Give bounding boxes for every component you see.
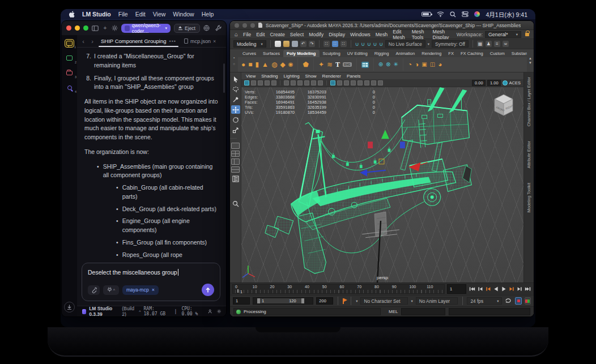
shelf-tab-poly-modeling[interactable]: Poly Modeling xyxy=(283,50,319,57)
attach-file-button[interactable] xyxy=(88,285,100,295)
sweep-mesh-icon[interactable]: ✦ xyxy=(318,61,324,68)
menu-file[interactable]: File xyxy=(243,32,251,37)
camera-attributes-icon[interactable] xyxy=(258,80,263,85)
close-window-button[interactable] xyxy=(66,25,71,31)
apple-logo-icon[interactable] xyxy=(69,11,75,18)
symmetry-field[interactable]: Symmetry: Off xyxy=(432,40,469,48)
snap-surface-icon[interactable]: ∪ xyxy=(379,41,383,47)
perspective-viewport[interactable]: View Shading Lighting Show Renderer Pane… xyxy=(241,72,523,282)
image-plane-icon[interactable] xyxy=(271,80,276,85)
view-cube[interactable]: FRONT RIGHT xyxy=(491,92,517,118)
poly-cylinder-icon[interactable]: ▮ xyxy=(256,61,259,68)
character-controls-icon[interactable]: ♟ xyxy=(486,41,492,47)
snap-curve-icon[interactable]: ∪ xyxy=(361,41,365,47)
layout-two-pane-side-button[interactable] xyxy=(231,159,240,165)
bookmark-icon[interactable] xyxy=(343,298,346,304)
shelf-scroll-up-icon[interactable]: ▲ xyxy=(529,57,532,60)
type-tool-icon[interactable]: T xyxy=(335,61,340,68)
grid-toggle-icon[interactable] xyxy=(351,80,356,85)
snap-plane-icon[interactable]: ∪ xyxy=(373,41,377,47)
xray-icon[interactable] xyxy=(337,80,342,85)
step-back-key-button[interactable] xyxy=(484,285,492,293)
menubar-help[interactable]: Help xyxy=(202,11,214,18)
shadows-icon[interactable] xyxy=(311,80,316,85)
shelf-tab-fx-caching[interactable]: FX Caching xyxy=(457,50,487,57)
nav-back-icon[interactable]: ‹ xyxy=(80,38,86,45)
menubar-view[interactable]: View xyxy=(153,11,166,18)
step-forward-key-button[interactable] xyxy=(508,285,516,293)
close-window-button[interactable] xyxy=(235,23,239,28)
fps-selector[interactable]: 24 fps▾ xyxy=(467,297,502,305)
textured-mode-icon[interactable] xyxy=(297,80,303,85)
film-gate-icon[interactable] xyxy=(357,80,363,85)
tab-ship-component-grouping[interactable]: SHIP Component Grouping ••• xyxy=(99,35,178,47)
shelf-tab-animation[interactable]: Animation xyxy=(392,50,418,57)
poly-sphere-icon[interactable]: ● xyxy=(241,61,245,68)
eject-model-button[interactable]: Eject xyxy=(174,24,200,33)
menubar-edit[interactable]: Edit xyxy=(135,11,146,18)
play-forward-button[interactable] xyxy=(500,285,508,293)
current-time-marker[interactable] xyxy=(237,289,239,293)
mel-command-field[interactable] xyxy=(401,308,445,315)
menubar-clock[interactable]: 4月1日(水) 9:41 xyxy=(486,10,527,19)
menubar-app-name[interactable]: LM Studio xyxy=(82,11,111,18)
select-hierarchy-icon[interactable]: ∷ xyxy=(323,41,330,47)
select-camera-icon[interactable] xyxy=(244,80,249,85)
shelf-tab-substance[interactable]: Substance xyxy=(508,50,527,57)
menubar-file[interactable]: File xyxy=(118,11,128,18)
wifi-icon[interactable] xyxy=(437,11,444,17)
menu-set-selector[interactable]: Modeling▾ xyxy=(233,40,266,48)
range-end-handle[interactable] xyxy=(301,298,304,303)
downloads-button[interactable] xyxy=(64,302,75,312)
save-scene-icon[interactable] xyxy=(292,41,298,47)
range-start-handle[interactable] xyxy=(257,298,260,303)
poly-cone-icon[interactable]: ▲ xyxy=(262,61,269,68)
menu-mesh-tools[interactable]: Mesh Tools xyxy=(412,29,428,40)
smooth-icon[interactable]: ◕ xyxy=(438,61,442,68)
paint-select-tool[interactable] xyxy=(231,95,240,104)
zoom-window-button[interactable] xyxy=(83,25,88,31)
shelf-tab-rigging[interactable]: Rigging xyxy=(371,50,393,57)
mel-result-field[interactable] xyxy=(449,308,530,315)
shaded-mode-icon[interactable] xyxy=(291,80,296,85)
resolution-gate-icon[interactable] xyxy=(364,80,369,85)
shelf-tab-curves[interactable]: Curves xyxy=(239,50,259,57)
status-expand-icon[interactable]: ^ xyxy=(139,310,141,314)
composer-input[interactable]: Deselect the miscellaneous group xyxy=(88,269,214,276)
platonic-solid-icon[interactable]: ⬟ xyxy=(303,61,308,68)
auto-key-button[interactable] xyxy=(515,297,521,305)
toggle-panels-icon[interactable] xyxy=(92,24,99,32)
ik-handle-icon[interactable]: ⊗ xyxy=(386,62,390,67)
menu-windows[interactable]: Windows xyxy=(350,32,371,37)
loop-playback-icon[interactable] xyxy=(505,298,512,305)
menu-modify[interactable]: Modify xyxy=(309,32,323,37)
pinwheel-app-icon[interactable] xyxy=(474,11,480,17)
message-composer[interactable]: Deselect the miscellaneous group ^ maya-… xyxy=(82,263,220,301)
move-tool[interactable] xyxy=(231,105,240,114)
isolate-select-icon[interactable] xyxy=(330,80,335,85)
go-to-start-button[interactable] xyxy=(469,285,476,293)
exposure-field[interactable]: 0.00 xyxy=(472,80,486,86)
maya-mcp-chip[interactable]: maya-mcp × xyxy=(122,285,159,295)
curve-warp-icon[interactable]: ≋ xyxy=(327,61,333,68)
tab-mcp-json[interactable]: mcp.json × xyxy=(182,38,218,44)
model-selector[interactable]: qwen/qwen3-coder… ▾ xyxy=(121,24,171,33)
new-scene-icon[interactable] xyxy=(275,41,281,47)
lock-workspace-icon[interactable] xyxy=(525,33,529,36)
play-backwards-button[interactable] xyxy=(492,285,500,293)
chat-scrollbar[interactable] xyxy=(223,63,225,93)
close-tab-icon[interactable]: × xyxy=(213,38,216,44)
control-center-icon[interactable] xyxy=(462,11,469,17)
select-object-icon[interactable]: ∷ xyxy=(332,41,338,47)
new-chat-button[interactable]: + xyxy=(102,24,108,32)
step-forward-frame-button[interactable] xyxy=(516,285,523,293)
go-to-end-button[interactable] xyxy=(524,285,531,293)
snap-grid-icon[interactable]: ∪ xyxy=(355,41,359,47)
shelf-tab-custom[interactable]: Custom xyxy=(487,50,508,57)
select-tool[interactable] xyxy=(231,75,240,83)
wireframe-mode-icon[interactable] xyxy=(284,80,289,85)
lasso-tool[interactable] xyxy=(231,85,240,93)
gate-mask-icon[interactable] xyxy=(371,80,376,85)
menu-edit-mesh[interactable]: Edit Mesh xyxy=(393,29,407,40)
poly-torus-icon[interactable]: ◍ xyxy=(271,61,277,68)
